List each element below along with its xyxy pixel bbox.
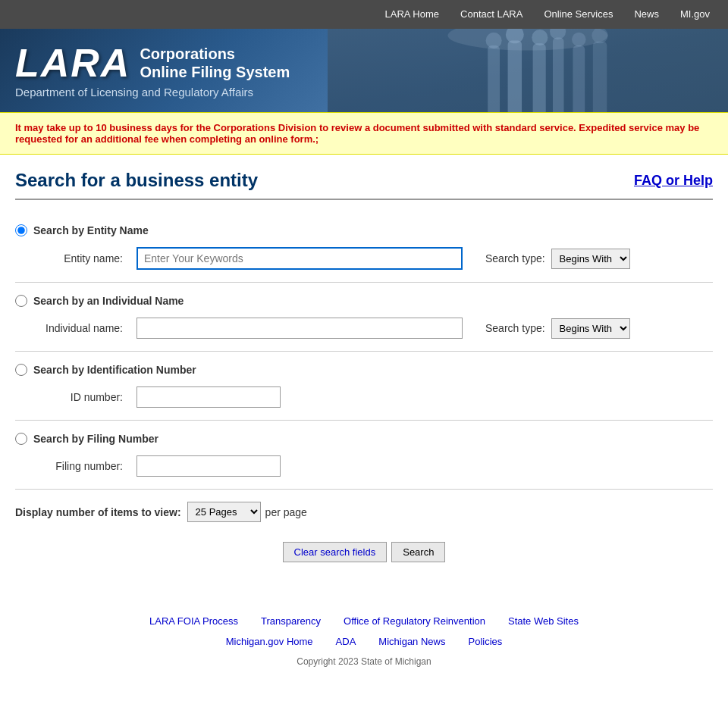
lara-logo-text: LARA xyxy=(15,43,130,83)
nav-mi-gov[interactable]: MI.gov xyxy=(670,0,720,29)
nav-online-services[interactable]: Online Services xyxy=(533,0,623,29)
filing-number-form-row: Filing number: xyxy=(15,455,713,477)
footer-link-michigan-home[interactable]: Michigan.gov Home xyxy=(226,636,313,647)
main-content: Search for a business entity FAQ or Help… xyxy=(0,155,728,600)
page-title: Search for a business entity xyxy=(15,170,258,191)
entity-search-type-label: Search type: xyxy=(485,252,545,264)
footer-link-orr[interactable]: Office of Regulatory Reinvention xyxy=(344,615,485,627)
buttons-row: Clear search fields Search xyxy=(15,534,713,577)
individual-name-label: Individual name: xyxy=(30,322,129,334)
id-number-label: ID number: xyxy=(30,391,129,403)
footer-links-row-2: Michigan.gov Home ADA Michigan News Poli… xyxy=(0,636,728,647)
clear-search-button[interactable]: Clear search fields xyxy=(283,542,388,562)
individual-name-form-row: Individual name: Search type: Begins Wit… xyxy=(15,318,713,339)
display-label: Display number of items to view: xyxy=(15,506,181,518)
footer-link-ada[interactable]: ADA xyxy=(336,636,356,647)
footer: LARA FOIA Process Transparency Office of… xyxy=(0,600,728,674)
id-number-header: Search by Identification Number xyxy=(15,364,713,376)
svg-rect-7 xyxy=(593,42,607,112)
nav-news[interactable]: News xyxy=(623,0,670,29)
individual-name-radio-label[interactable]: Search by an Individual Name xyxy=(33,295,184,307)
faq-help-link[interactable]: FAQ or Help xyxy=(634,173,713,189)
search-button[interactable]: Search xyxy=(391,542,445,562)
id-number-input[interactable] xyxy=(136,386,281,408)
footer-link-michigan-news[interactable]: Michigan News xyxy=(378,636,445,647)
entity-name-form-row: Entity name: Search type: Begins With Co… xyxy=(15,247,713,270)
entity-search-type-select[interactable]: Begins With Contains Exact xyxy=(551,249,630,269)
footer-link-state-web-sites[interactable]: State Web Sites xyxy=(508,615,579,627)
filing-number-radio[interactable] xyxy=(15,433,27,445)
individual-name-input[interactable] xyxy=(136,318,463,339)
svg-rect-6 xyxy=(573,45,585,112)
svg-point-12 xyxy=(572,33,585,46)
entity-name-label: Entity name: xyxy=(30,252,129,264)
svg-rect-4 xyxy=(533,43,546,112)
id-number-form-row: ID number: xyxy=(15,386,713,408)
header-title-line2: Online Filing System xyxy=(140,63,290,81)
svg-rect-5 xyxy=(553,37,564,112)
entity-name-header: Search by Entity Name xyxy=(15,224,713,236)
footer-link-foia[interactable]: LARA FOIA Process xyxy=(149,615,238,627)
footer-link-policies[interactable]: Policies xyxy=(468,636,502,647)
individual-name-header: Search by an Individual Name xyxy=(15,295,713,307)
header-banner: LARA Corporations Online Filing System D… xyxy=(0,29,728,112)
filing-number-header: Search by Filing Number xyxy=(15,433,713,445)
id-number-radio[interactable] xyxy=(15,364,27,376)
notice-text: It may take up to 10 business days for t… xyxy=(15,122,699,145)
banner-people-decoration xyxy=(328,29,728,112)
svg-point-8 xyxy=(486,33,502,49)
display-per-page-row: Display number of items to view: 25 Page… xyxy=(15,490,713,534)
entity-name-radio-label[interactable]: Search by Entity Name xyxy=(33,224,149,236)
search-section-entity-name: Search by Entity Name Entity name: Searc… xyxy=(15,212,713,283)
individual-search-type-select[interactable]: Begins With Contains Exact xyxy=(551,318,630,339)
page-title-row: Search for a business entity FAQ or Help xyxy=(15,170,713,200)
individual-search-type-label: Search type: xyxy=(485,322,545,334)
individual-search-type-area: Search type: Begins With Contains Exact xyxy=(485,318,630,339)
filing-number-label: Filing number: xyxy=(30,460,129,472)
search-section-individual-name: Search by an Individual Name Individual … xyxy=(15,283,713,352)
id-number-radio-label[interactable]: Search by Identification Number xyxy=(33,364,196,376)
footer-link-transparency[interactable]: Transparency xyxy=(261,615,321,627)
search-section-filing-number: Search by Filing Number Filing number: xyxy=(15,421,713,490)
footer-copyright: Copyright 2023 State of Michigan xyxy=(0,656,728,667)
footer-links-row-1: LARA FOIA Process Transparency Office of… xyxy=(0,615,728,627)
entity-search-type-area: Search type: Begins With Contains Exact xyxy=(485,249,630,269)
individual-name-radio[interactable] xyxy=(15,295,27,307)
header-title-line1: Corporations xyxy=(140,45,290,63)
filing-number-radio-label[interactable]: Search by Filing Number xyxy=(33,433,158,445)
header-dept: Department of Licensing and Regulatory A… xyxy=(15,86,290,99)
notice-banner: It may take up to 10 business days for t… xyxy=(0,112,728,155)
top-navigation: LARA Home Contact LARA Online Services N… xyxy=(0,0,728,29)
per-page-label: per page xyxy=(265,506,307,518)
svg-point-10 xyxy=(532,30,548,45)
entity-name-input[interactable] xyxy=(136,247,463,270)
entity-name-radio[interactable] xyxy=(15,224,27,236)
svg-rect-3 xyxy=(508,40,522,112)
display-per-page-select[interactable]: 25 Pages 50 Pages 100 Pages xyxy=(187,502,261,522)
search-section-id-number: Search by Identification Number ID numbe… xyxy=(15,352,713,421)
nav-contact-lara[interactable]: Contact LARA xyxy=(450,0,533,29)
svg-rect-2 xyxy=(488,45,500,112)
filing-number-input[interactable] xyxy=(136,455,281,477)
nav-lara-home[interactable]: LARA Home xyxy=(375,0,450,29)
